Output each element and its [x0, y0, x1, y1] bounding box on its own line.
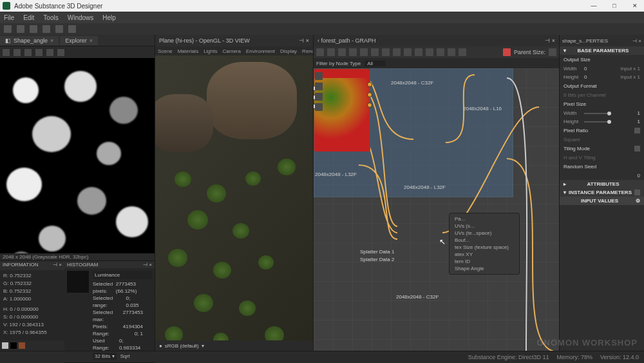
ctx-item[interactable]: tern ID: [450, 258, 519, 265]
tool-icon[interactable]: [14, 49, 21, 56]
menu-tools[interactable]: Tools: [43, 14, 58, 21]
bullet-icon[interactable]: ●: [159, 343, 162, 349]
section-input-values[interactable]: INPUT VALUES⚙: [560, 197, 644, 205]
reset-icon[interactable]: [634, 128, 640, 133]
ctx-item[interactable]: UVs (te...space): [450, 230, 519, 237]
view2d-canvas[interactable]: [0, 58, 155, 253]
maximize-button[interactable]: □: [608, 3, 621, 9]
format-select[interactable]: 8 Bits per Channel: [564, 92, 606, 98]
view3d-menu: Scene Materials Lights Camera Environmen…: [155, 46, 313, 55]
width-slider[interactable]: [584, 113, 611, 114]
colorspace-select[interactable]: sRGB (default): [165, 343, 199, 349]
tool-icon[interactable]: [17, 25, 24, 33]
swatch[interactable]: [10, 342, 17, 349]
section-base-params[interactable]: ▾BASE PARAMETERS: [560, 46, 644, 55]
tool-icon[interactable]: [382, 48, 390, 56]
tool-icon[interactable]: [426, 48, 433, 56]
close-icon[interactable]: ×: [552, 37, 555, 44]
color-icon[interactable]: [503, 48, 511, 56]
tool-icon[interactable]: [415, 48, 422, 56]
seed-value[interactable]: 0: [638, 173, 640, 179]
menu-scene[interactable]: Scene: [158, 48, 173, 54]
section-instance-params[interactable]: ▾INSTANCE PARAMETERS: [560, 188, 644, 197]
tool-icon[interactable]: [437, 48, 444, 56]
tool-icon[interactable]: [43, 25, 50, 33]
close-icon[interactable]: ×: [50, 37, 53, 44]
size-icon[interactable]: [549, 48, 556, 56]
sqrt-toggle[interactable]: Sqrt: [120, 353, 130, 360]
ratio-select[interactable]: Square: [564, 137, 580, 142]
filter-select[interactable]: All: [365, 61, 386, 66]
reset-icon[interactable]: [634, 190, 640, 195]
tool-icon[interactable]: [338, 48, 346, 56]
menu-environment[interactable]: Environment: [246, 48, 275, 54]
view2d-toolbar: [0, 46, 155, 58]
tool-icon[interactable]: [316, 48, 324, 56]
close-icon[interactable]: ×: [638, 38, 641, 44]
view3d-canvas[interactable]: [155, 55, 313, 340]
swatch[interactable]: [2, 342, 8, 349]
tool-icon[interactable]: [404, 48, 412, 56]
pin-icon[interactable]: ⊣ ×: [53, 262, 62, 270]
tool-icon[interactable]: [3, 49, 10, 56]
back-icon[interactable]: ‹: [317, 37, 319, 44]
close-icon[interactable]: ×: [306, 37, 309, 44]
menu-materials[interactable]: Materials: [178, 48, 198, 54]
tab-explorer[interactable]: Explorer ×: [60, 36, 98, 45]
pin-icon[interactable]: ⊣: [632, 38, 637, 44]
refresh-icon[interactable]: [360, 48, 368, 56]
tool-icon[interactable]: [371, 48, 379, 56]
gear-icon[interactable]: ⚙: [636, 198, 640, 204]
menu-lights[interactable]: Lights: [204, 48, 217, 54]
tiling-select[interactable]: H and V Tiling: [564, 155, 596, 161]
ctx-item[interactable]: UVs (s...: [450, 222, 519, 230]
tool-icon[interactable]: [315, 83, 323, 90]
chevron-down-icon[interactable]: ▾: [202, 343, 204, 349]
ctx-item[interactable]: Shape Angle: [450, 265, 519, 272]
pin-icon[interactable]: ⊣: [299, 37, 304, 44]
tool-icon[interactable]: [448, 48, 455, 56]
tool-icon[interactable]: [68, 25, 76, 33]
tool-icon[interactable]: [35, 49, 43, 56]
ctx-item[interactable]: Pa...: [450, 215, 519, 222]
tool-icon[interactable]: [46, 49, 53, 56]
channel-select[interactable]: Luminance: [93, 271, 152, 279]
search-icon[interactable]: [349, 48, 357, 56]
pin-icon[interactable]: ⊣ ×: [143, 262, 152, 268]
tool-icon[interactable]: [393, 48, 401, 56]
ctx-item[interactable]: tex Size (texture space): [450, 244, 519, 251]
tool-icon[interactable]: [55, 25, 63, 33]
menu-help[interactable]: Help: [102, 14, 116, 21]
tab-shape-angle[interactable]: ◧ Shape_angle ×: [0, 36, 59, 45]
pin-icon[interactable]: ⊣: [545, 37, 550, 44]
tool-icon[interactable]: [459, 48, 466, 56]
tool-icon[interactable]: [315, 93, 323, 101]
tool-icon[interactable]: [30, 25, 37, 33]
close-button[interactable]: ✕: [629, 3, 641, 9]
swatch[interactable]: [19, 342, 25, 349]
camera-icon[interactable]: [327, 48, 335, 56]
menu-display[interactable]: Display: [280, 48, 297, 54]
tool-icon[interactable]: [315, 103, 323, 111]
reset-icon[interactable]: [634, 146, 640, 152]
context-menu[interactable]: Pa... UVs (s... UVs (te...space) Bouf...…: [449, 213, 520, 275]
menu-camera[interactable]: Camera: [223, 48, 241, 54]
tool-icon[interactable]: [57, 49, 64, 56]
menu-file[interactable]: File: [4, 14, 14, 21]
ctx-item[interactable]: Bouf...: [450, 237, 519, 244]
close-icon[interactable]: ×: [90, 37, 93, 44]
tool-icon[interactable]: [4, 25, 12, 33]
graph-canvas[interactable]: 2048x2048 - C32F 2048x2048 - L32F 2048x2…: [314, 68, 559, 351]
ctx-item[interactable]: atex XY: [450, 251, 519, 258]
tool-icon[interactable]: [24, 49, 32, 56]
info-values: R: 0.752332 G: 0.752332 B: 0.752332 A: 1…: [0, 270, 64, 340]
section-attributes[interactable]: ▸ATTRIBUTES: [560, 180, 644, 188]
tool-icon[interactable]: [315, 72, 323, 80]
bits-select[interactable]: 32 Bits ▾: [93, 353, 117, 360]
menu-edit[interactable]: Edit: [23, 14, 34, 21]
resolution-label: 2048 x 2048 (Grayscale HDR, 32bpc): [0, 253, 155, 260]
graph-title: forest_path - GRAPH: [321, 37, 376, 44]
menu-windows[interactable]: Windows: [68, 14, 94, 21]
minimize-button[interactable]: —: [587, 3, 600, 9]
height-slider[interactable]: [584, 121, 611, 123]
